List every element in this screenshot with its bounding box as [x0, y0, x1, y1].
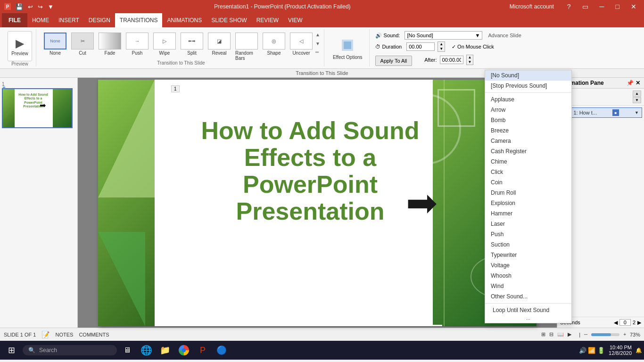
transition-reveal[interactable]: ◪ Reveal [206, 31, 232, 57]
dropdown-item-no-sound[interactable]: [No Sound] [485, 70, 571, 81]
other-app-icon[interactable]: 🔵 [213, 341, 230, 359]
close-button[interactable]: ✕ [627, 2, 640, 11]
slide-text-container[interactable]: How to Add Sound Effects to a PowerPoint… [169, 117, 452, 225]
pane-pin[interactable]: 📌 [627, 80, 634, 86]
view-menu[interactable]: VIEW [283, 13, 307, 27]
dropdown-item-push[interactable]: Push [485, 229, 571, 239]
prev-page-arrow[interactable]: ◀ [614, 320, 618, 326]
after-down[interactable]: ▼ [467, 60, 473, 65]
explorer-icon[interactable]: 📁 [157, 341, 173, 359]
dropdown-item-laser[interactable]: Laser [485, 219, 571, 229]
page-start[interactable] [619, 319, 631, 326]
duration-down[interactable]: ▼ [438, 47, 445, 51]
sound-select[interactable]: [No Sound] ▼ [405, 31, 482, 40]
clock[interactable]: 10:40 PM 12/8/2020 [609, 345, 632, 356]
design-menu[interactable]: DESIGN [84, 13, 115, 27]
transition-split[interactable]: ⬅➡ Split [179, 31, 205, 57]
undo-icon[interactable]: ↩ [26, 3, 34, 11]
dropdown-item-chime[interactable]: Chime [485, 156, 571, 167]
color-indicator: ■ [612, 109, 619, 116]
after-up[interactable]: ▲ [467, 55, 473, 60]
dropdown-item-other-sound[interactable]: Other Sound... [485, 291, 571, 302]
next-arrow[interactable]: ▼ [633, 97, 641, 103]
dropdown-item-click[interactable]: Click [485, 167, 571, 177]
pane-close[interactable]: ✕ [636, 80, 640, 86]
dropdown-item-camera[interactable]: Camera [485, 136, 571, 146]
dropdown-item-suction[interactable]: Suction [485, 239, 571, 250]
comments-button[interactable]: COMMENTS [79, 332, 109, 337]
save-icon[interactable]: 💾 [14, 3, 25, 11]
transition-random-bars[interactable]: Random Bars [233, 31, 260, 60]
edge-icon[interactable]: 🌐 [138, 341, 155, 359]
powerpoint-taskbar[interactable]: P [194, 341, 211, 359]
dropdown-loop-option[interactable]: Loop Until Next Sound [485, 305, 571, 315]
next-page-arrow[interactable]: ▶ [637, 320, 641, 326]
scroll-down[interactable]: ▼ [315, 41, 320, 46]
zoom-in[interactable]: + [623, 332, 626, 337]
slide-title: How to Add Sound Effects to a PowerPoint… [169, 117, 452, 225]
prev-arrow[interactable]: ▲ [633, 90, 641, 97]
dropdown-item-bomb[interactable]: Bomb [485, 115, 571, 125]
task-view[interactable]: 🖥 [119, 341, 136, 359]
dropdown-item-whoosh[interactable]: Whoosh [485, 271, 571, 281]
search-icon: 🔍 [28, 347, 35, 354]
duration-input[interactable]: 00.00 [406, 42, 435, 51]
review-menu[interactable]: REVIEW [252, 13, 283, 27]
view-slide-sorter[interactable]: ⊟ [549, 331, 553, 337]
transition-none[interactable]: None None [42, 31, 68, 57]
transitions-menu[interactable]: TRANSITIONS [115, 13, 163, 27]
transition-uncover[interactable]: ◁ Uncover [288, 31, 314, 57]
view-slideshow[interactable]: ▶ [568, 331, 571, 337]
transition-shape[interactable]: ◎ Shape [261, 31, 287, 57]
dropdown-item-breeze[interactable]: Breeze [485, 125, 571, 136]
transition-cut[interactable]: ✂ Cut [69, 31, 96, 57]
file-menu[interactable]: FILE [2, 13, 27, 27]
notification-icon[interactable]: 🔔 [636, 347, 642, 354]
slide-thumbnail[interactable]: How to Add Sound Effects to a PowerPoint… [2, 88, 73, 128]
animations-menu[interactable]: ANIMATIONS [162, 13, 206, 27]
after-input[interactable] [440, 56, 463, 64]
apply-to-all-button[interactable]: Apply To All [375, 56, 413, 66]
view-normal[interactable]: ⊞ [541, 331, 545, 337]
zoom-out[interactable]: ─ [584, 332, 587, 337]
dropdown-item-wind[interactable]: Wind [485, 281, 571, 291]
duration-up[interactable]: ▲ [438, 42, 445, 47]
status-icon[interactable]: 📝 [41, 331, 50, 338]
dropdown-item-cash-register[interactable]: Cash Register [485, 146, 571, 156]
maximize-button[interactable]: □ [612, 2, 623, 11]
start-button[interactable]: ⊞ [2, 341, 21, 359]
user-account[interactable]: Microsoft account [510, 3, 554, 10]
ribbon-toggle[interactable]: ▭ [578, 2, 592, 11]
insert-menu[interactable]: INSERT [54, 13, 84, 27]
taskbar-search[interactable]: 🔍 Search [23, 345, 117, 355]
chrome-icon[interactable] [175, 341, 192, 359]
dropdown-item-explosion[interactable]: Explosion [485, 198, 571, 208]
dropdown-item-drum-roll[interactable]: Drum Roll [485, 188, 571, 198]
dropdown-arrow[interactable]: ▼ [635, 110, 639, 115]
effect-options-button[interactable]: Effect Options [330, 34, 365, 62]
transition-push[interactable]: → Push [124, 31, 150, 57]
dropdown-item-hammer[interactable]: Hammer [485, 208, 571, 219]
sound-dropdown-arrow[interactable]: ▼ [475, 33, 480, 38]
help-button[interactable]: ? [563, 2, 575, 11]
dropdown-item-coin[interactable]: Coin [485, 177, 571, 188]
dropdown-item-applause[interactable]: Applause [485, 94, 571, 105]
home-menu[interactable]: HOME [27, 13, 54, 27]
transition-wipe[interactable]: ▷ Wipe [151, 31, 178, 57]
notes-button[interactable]: NOTES [55, 332, 73, 337]
view-reading[interactable]: 📖 [557, 331, 564, 337]
zoom-level[interactable]: 73% [630, 332, 640, 337]
preview-button[interactable]: ▶ Preview [8, 31, 32, 61]
dropdown-item-voltage[interactable]: Voltage [485, 260, 571, 271]
customize-icon[interactable]: ▼ [46, 3, 55, 11]
transition-fade[interactable]: Fade [97, 31, 123, 57]
zoom-slider[interactable] [591, 333, 619, 336]
scroll-more[interactable]: ═ [315, 49, 320, 55]
dropdown-item-arrow[interactable]: Arrow [485, 105, 571, 115]
redo-icon[interactable]: ↪ [36, 3, 44, 11]
minimize-button[interactable]: ─ [596, 2, 608, 11]
slideshow-menu[interactable]: SLIDE SHOW [206, 13, 251, 27]
scroll-up[interactable]: ▲ [315, 32, 320, 37]
dropdown-item-typewriter[interactable]: Typewriter [485, 250, 571, 260]
dropdown-item-stop-previous[interactable]: [Stop Previous Sound] [485, 81, 571, 91]
